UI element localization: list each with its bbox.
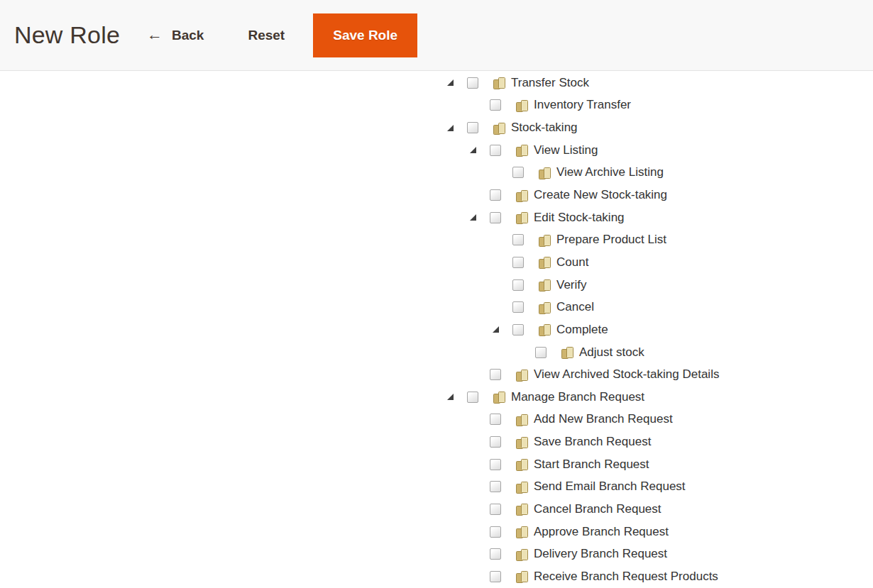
expand-arrow-icon[interactable] <box>470 147 476 153</box>
tree-node[interactable]: Add New Branch Request <box>0 409 873 431</box>
folder-icon <box>515 570 529 584</box>
expand-arrow-icon[interactable] <box>447 79 454 86</box>
node-label[interactable]: Start Branch Request <box>534 457 649 472</box>
expand-arrow-icon[interactable] <box>493 326 499 333</box>
node-label[interactable]: Inventory Transfer <box>534 98 631 112</box>
folder-icon <box>515 548 529 562</box>
node-checkbox[interactable] <box>512 301 524 313</box>
node-label[interactable]: Cancel Branch Request <box>534 502 661 516</box>
node-checkbox[interactable] <box>467 77 478 89</box>
tree-node[interactable]: Count <box>0 251 873 274</box>
node-checkbox[interactable] <box>490 414 501 425</box>
reset-button[interactable]: Reset <box>248 28 285 43</box>
tree-node[interactable]: Transfer Stock <box>0 72 873 94</box>
tree-node[interactable]: View Archive Listing <box>0 162 873 184</box>
folder-icon <box>538 234 551 248</box>
expand-arrow-icon[interactable] <box>447 125 454 131</box>
tree-node[interactable]: Send Email Branch Request <box>0 476 873 499</box>
node-checkbox[interactable] <box>490 189 501 201</box>
tree-node[interactable]: View Listing <box>0 139 873 162</box>
node-checkbox[interactable] <box>490 212 501 223</box>
node-label[interactable]: Adjust stock <box>579 345 644 360</box>
node-checkbox[interactable] <box>512 324 524 335</box>
node-label[interactable]: Prepare Product List <box>556 233 666 247</box>
node-label[interactable]: Manage Branch Request <box>511 390 644 404</box>
save-role-button[interactable]: Save Role <box>313 13 417 57</box>
tree-node[interactable]: Delivery Branch Request <box>0 543 873 565</box>
node-checkbox[interactable] <box>490 436 501 448</box>
node-label[interactable]: Approve Branch Request <box>534 525 669 539</box>
node-label[interactable]: Cancel <box>556 300 594 314</box>
folder-icon <box>515 503 529 516</box>
arrow-slot <box>493 326 512 333</box>
folder-icon <box>515 99 529 113</box>
tree-node[interactable]: Stock-taking <box>0 116 873 139</box>
node-checkbox[interactable] <box>512 234 524 245</box>
tree-node[interactable]: Inventory Transfer <box>0 94 873 117</box>
folder-icon <box>515 144 529 157</box>
tree-node[interactable]: Approve Branch Request <box>0 521 873 543</box>
node-label[interactable]: Count <box>556 255 588 270</box>
tree-node[interactable]: Prepare Product List <box>0 228 873 251</box>
node-checkbox[interactable] <box>467 122 478 133</box>
tree-node[interactable]: Receive Branch Request Products <box>0 565 873 588</box>
node-checkbox[interactable] <box>490 459 501 470</box>
node-label[interactable]: Verify <box>556 278 587 292</box>
node-label[interactable]: Delivery Branch Request <box>534 547 667 561</box>
folder-icon <box>515 211 529 225</box>
expand-arrow-icon[interactable] <box>470 214 476 221</box>
node-checkbox[interactable] <box>490 145 501 156</box>
folder-icon <box>515 436 529 450</box>
node-label[interactable]: Transfer Stock <box>511 76 589 90</box>
expand-arrow-icon[interactable] <box>447 394 454 400</box>
folder-icon <box>493 122 506 135</box>
arrow-slot <box>447 125 467 131</box>
node-checkbox[interactable] <box>490 571 501 582</box>
node-label[interactable]: Create New Stock-taking <box>534 188 667 202</box>
node-checkbox[interactable] <box>512 279 524 291</box>
node-checkbox[interactable] <box>490 481 501 492</box>
folder-icon <box>493 391 506 404</box>
node-checkbox[interactable] <box>490 504 501 515</box>
folder-icon <box>538 301 551 315</box>
tree-node[interactable]: Cancel Branch Request <box>0 498 873 521</box>
tree-node[interactable]: Adjust stock <box>0 341 873 364</box>
arrow-slot <box>447 394 467 400</box>
node-checkbox[interactable] <box>512 257 524 268</box>
tree-node[interactable]: Save Branch Request <box>0 431 873 453</box>
header-actions: ← Back Reset Save Role <box>120 13 417 57</box>
back-button[interactable]: ← Back <box>147 28 204 43</box>
tree-node[interactable]: Manage Branch Request <box>0 386 873 409</box>
node-label[interactable]: Edit Stock-taking <box>534 211 625 225</box>
node-checkbox[interactable] <box>490 526 501 538</box>
node-label[interactable]: Stock-taking <box>511 121 578 135</box>
node-checkbox[interactable] <box>512 167 524 178</box>
node-label[interactable]: Save Branch Request <box>534 435 651 449</box>
tree-node[interactable]: Start Branch Request <box>0 453 873 476</box>
arrow-slot <box>470 147 490 153</box>
page-title: New Role <box>14 21 120 49</box>
tree-node[interactable]: Complete <box>0 318 873 341</box>
node-checkbox[interactable] <box>490 99 501 111</box>
node-label[interactable]: View Archived Stock-taking Details <box>534 367 719 382</box>
node-checkbox[interactable] <box>535 347 547 358</box>
permissions-tree: Transfer Stock Inventory Transfer Stock-… <box>0 72 873 588</box>
node-checkbox[interactable] <box>490 369 501 380</box>
tree-node[interactable]: Create New Stock-taking <box>0 184 873 206</box>
node-label[interactable]: Add New Branch Request <box>534 412 673 426</box>
node-label[interactable]: Complete <box>556 323 608 337</box>
node-checkbox[interactable] <box>467 392 478 403</box>
tree-node[interactable]: Verify <box>0 274 873 296</box>
back-arrow-icon: ← <box>147 27 163 43</box>
folder-icon <box>515 189 529 203</box>
folder-icon <box>538 167 551 180</box>
node-checkbox[interactable] <box>490 548 501 560</box>
folder-icon <box>515 414 529 427</box>
tree-node[interactable]: Edit Stock-taking <box>0 206 873 229</box>
node-label[interactable]: Send Email Branch Request <box>534 479 686 494</box>
node-label[interactable]: View Archive Listing <box>556 165 664 179</box>
node-label[interactable]: View Listing <box>534 143 598 157</box>
tree-node[interactable]: Cancel <box>0 296 873 318</box>
node-label[interactable]: Receive Branch Request Products <box>534 570 718 584</box>
tree-node[interactable]: View Archived Stock-taking Details <box>0 363 873 386</box>
